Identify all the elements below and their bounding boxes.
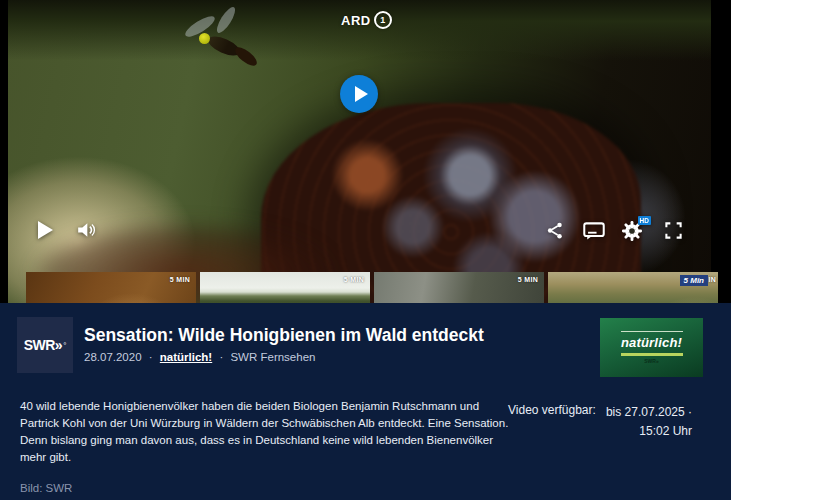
description-line: Partrick Kohl von der Uni Würzburg in Wä…: [20, 415, 508, 432]
play-overlay-button[interactable]: [340, 75, 378, 113]
subtitles-icon: [583, 222, 605, 240]
swr-logo-mark: °: [63, 341, 66, 350]
ard-logo-text: ARD: [341, 13, 371, 28]
channel-name: SWR Fernsehen: [230, 351, 315, 363]
share-button[interactable]: [546, 221, 564, 240]
fullscreen-button[interactable]: [664, 221, 683, 240]
show-logo-subtitle: SWR»: [644, 358, 658, 364]
availability-time: 15:02 Uhr: [606, 422, 692, 441]
play-button[interactable]: [38, 221, 53, 239]
show-logo-title: natürlich!: [621, 335, 682, 350]
subtitles-button[interactable]: [583, 222, 605, 240]
hd-quality-badge: HD: [638, 216, 651, 225]
description-line: 40 wild lebende Honigbienenvölker haben …: [20, 398, 508, 415]
duration-label: 5 MIN: [518, 276, 538, 283]
duration-badge: 5 Min: [680, 275, 708, 286]
carousel-thumbnail-1[interactable]: 5 MIN: [26, 272, 196, 303]
duration-label: 5 MIN: [344, 276, 364, 283]
availability-date: bis 27.07.2025 ·: [606, 403, 692, 422]
settings-button[interactable]: HD: [622, 221, 642, 241]
video-title: Sensation: Wilde Honigbienen im Wald ent…: [84, 324, 484, 346]
natuerlich-show-logo[interactable]: natürlich! SWR»: [600, 318, 703, 377]
swr-logo-text: SWR»: [24, 337, 62, 353]
carousel-thumbnail-3[interactable]: 5 MIN: [374, 272, 544, 303]
show-link[interactable]: natürlich!: [160, 351, 212, 363]
availability-label: Video verfügbar:: [508, 403, 596, 417]
carousel-thumbnail-2[interactable]: 5 MIN: [200, 272, 370, 303]
meta-separator: ·: [149, 351, 153, 363]
page: ARD 1: [0, 0, 819, 500]
volume-button[interactable]: [76, 220, 97, 240]
volume-icon: [76, 220, 97, 240]
description-line: Denn bislang ging man davon aus, dass es…: [20, 432, 508, 449]
show-logo-bottom-line: [621, 353, 683, 356]
ard-logo: ARD 1: [341, 11, 392, 29]
duration-label: 5 MIN: [170, 276, 190, 283]
image-credit: Bild: SWR: [20, 482, 72, 494]
show-logo-top-line: [621, 331, 683, 333]
meta-separator: ·: [219, 351, 223, 363]
video-player: ARD 1: [0, 0, 731, 303]
video-meta: 28.07.2020 · natürlich! · SWR Fernsehen: [84, 351, 315, 363]
content-column: ARD 1: [0, 0, 731, 500]
video-scene: [8, 0, 711, 303]
description-line: mehr gibt.: [20, 449, 508, 466]
video-description: 40 wild lebende Honigbienenvölker haben …: [20, 398, 508, 466]
carousel-thumbnail-4[interactable]: 5 MIN 5 Min: [548, 272, 718, 303]
availability-value: bis 27.07.2025 · 15:02 Uhr: [606, 403, 692, 440]
publish-date: 28.07.2020: [84, 351, 142, 363]
play-circle-icon: [355, 86, 368, 102]
share-icon: [546, 221, 564, 240]
swr-channel-logo[interactable]: SWR» °: [17, 317, 73, 373]
video-carousel: 5 MIN 5 MIN 5 MIN 5 MIN 5 Min: [26, 272, 718, 303]
video-info-section: SWR» ° Sensation: Wilde Honigbienen im W…: [0, 303, 731, 500]
das-erste-one-icon: 1: [374, 11, 392, 29]
fullscreen-icon: [664, 221, 683, 240]
bee-art: [177, 15, 272, 90]
